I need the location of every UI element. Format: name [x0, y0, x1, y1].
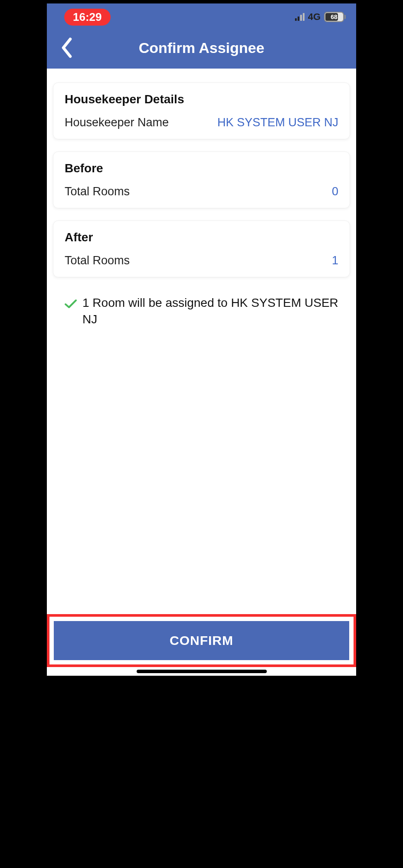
page-title: Confirm Assignee — [139, 39, 265, 56]
network-label: 4G — [308, 11, 321, 23]
housekeeper-card: Housekeeper Details Housekeeper Name HK … — [53, 82, 350, 139]
summary-row: 1 Room will be assigned to HK SYSTEM USE… — [53, 289, 350, 333]
before-card: Before Total Rooms 0 — [53, 151, 350, 208]
header-bar: 16:29 4G 68 C — [47, 3, 356, 69]
after-rooms-value: 1 — [332, 254, 338, 267]
housekeeper-title: Housekeeper Details — [65, 92, 338, 106]
status-right: 4G 68 — [295, 11, 346, 23]
before-rooms-value: 0 — [332, 185, 338, 198]
after-title: After — [65, 230, 338, 244]
housekeeper-name-value: HK SYSTEM USER NJ — [217, 116, 338, 129]
after-rooms-label: Total Rooms — [65, 254, 130, 267]
home-indicator — [137, 670, 267, 673]
signal-icon — [295, 13, 305, 21]
footer: CONFIRM — [47, 614, 356, 676]
before-title: Before — [65, 161, 338, 175]
summary-text: 1 Room will be assigned to HK SYSTEM USE… — [82, 295, 339, 328]
after-card: After Total Rooms 1 — [53, 220, 350, 277]
housekeeper-name-row: Housekeeper Name HK SYSTEM USER NJ — [65, 116, 338, 129]
time-pill: 16:29 — [64, 9, 111, 26]
after-rooms-row: Total Rooms 1 — [65, 254, 338, 267]
content: Housekeeper Details Housekeeper Name HK … — [47, 69, 356, 614]
back-icon[interactable] — [59, 37, 75, 58]
title-row: Confirm Assignee — [47, 27, 356, 69]
confirm-button[interactable]: CONFIRM — [54, 621, 349, 660]
before-rooms-label: Total Rooms — [65, 185, 130, 198]
status-bar: 16:29 4G 68 — [47, 3, 356, 27]
confirm-highlight: CONFIRM — [47, 614, 356, 667]
check-icon — [64, 297, 77, 309]
housekeeper-name-label: Housekeeper Name — [65, 116, 169, 129]
before-rooms-row: Total Rooms 0 — [65, 185, 338, 198]
device-frame: 16:29 4G 68 C — [43, 0, 360, 679]
battery-icon: 68 — [324, 12, 346, 22]
